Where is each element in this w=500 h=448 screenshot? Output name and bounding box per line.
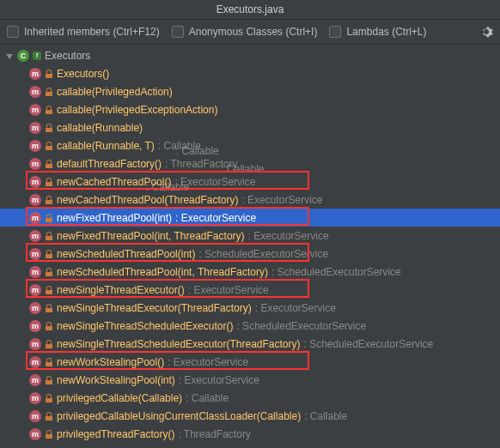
anonymous-classes-checkbox[interactable]: Anonymous Classes (Ctrl+I) [172,26,318,38]
lock-icon [45,160,53,168]
method-signature: newCachedThreadPool() [57,176,171,188]
method-icon: m [29,86,41,98]
method-icon: m [29,266,41,278]
method-signature: callable(Runnable, T) [57,140,155,152]
method-signature: newSingleThreadExecutor(ThreadFactory) [57,302,252,314]
lock-icon [45,322,53,330]
tree-method-row[interactable]: m privilegedThreadFactory(): ThreadFacto… [0,425,500,443]
tree-method-row[interactable]: m newSingleThreadExecutor(): ExecutorSer… [0,281,500,299]
method-signature: newSingleThreadScheduledExecutor() [57,320,233,332]
method-icon: m [29,338,41,350]
method-icon: m [29,158,41,170]
inherited-members-checkbox[interactable]: Inherited members (Ctrl+F12) [7,26,160,38]
return-type: : Callable [186,392,229,404]
lock-icon [45,304,53,312]
method-signature: newScheduledThreadPool(int, ThreadFactor… [57,266,268,278]
return-type: : ExecutorService [248,230,329,242]
tree-method-row[interactable]: m callable(Runnable): Callable [0,118,500,136]
method-signature: newWorkStealingPool(int) [57,374,175,386]
tree-method-row[interactable]: m newFixedThreadPool(int): ExecutorServi… [0,209,500,227]
toolbar: Inherited members (Ctrl+F12) Anonymous C… [0,20,500,45]
gear-icon[interactable] [479,25,493,39]
return-type: : ThreadFactory [178,428,250,440]
lock-icon [45,232,53,240]
method-signature: privilegedCallable(Callable) [57,392,182,404]
checkbox-label: Inherited members (Ctrl+F12) [24,26,160,38]
tree-method-row[interactable]: m newSingleThreadExecutor(ThreadFactory)… [0,299,500,317]
method-icon: m [29,356,41,368]
tree-method-row[interactable]: m privilegedCallable(Callable): Callable [0,389,500,407]
tree-method-row[interactable]: m newCachedThreadPool(ThreadFactory): Ex… [0,191,500,209]
tree-method-row[interactable]: m newSingleThreadScheduledExecutor(): Sc… [0,317,500,335]
method-signature: privilegedCallableUsingCurrentClassLoade… [57,410,301,422]
checkbox-icon [172,26,184,38]
checkbox-label: Anonymous Classes (Ctrl+I) [189,26,318,38]
return-type: : ScheduledExecutorService [198,248,328,260]
method-signature: newFixedThreadPool(int, ThreadFactory) [57,230,245,242]
lock-icon [45,412,53,421]
lock-icon [45,106,53,114]
method-icon: m [29,428,41,440]
method-signature: newSingleThreadExecutor() [57,284,185,296]
lock-icon [45,358,53,366]
tree-method-row[interactable]: m newWorkStealingPool(): ExecutorService [0,353,500,371]
method-icon: m [29,176,41,188]
lock-icon [45,88,53,96]
method-icon: m [29,374,41,386]
lock-icon [45,70,53,78]
lock-icon [45,142,53,150]
return-type: : ExecutorService [188,284,269,296]
tree-method-row[interactable]: m newScheduledThreadPool(int): Scheduled… [0,245,500,263]
return-type: : Callable [304,410,347,422]
method-icon: m [29,68,41,80]
return-type: : ExecutorService [168,356,248,368]
structure-tree[interactable]: C f Executors m Executors() m callable(P… [0,45,500,443]
return-type: : ScheduledExecutorService [236,320,366,332]
class-icon: C [17,50,29,62]
lock-icon [45,196,53,204]
return-type: : Callable [158,140,201,152]
method-signature: defaultThreadFactory() [57,158,162,170]
return-type: : ScheduledExecutorService [303,338,433,350]
lambdas-checkbox[interactable]: Lambdas (Ctrl+L) [329,26,426,38]
lock-icon [45,124,53,132]
lock-icon [45,394,53,403]
lock-icon [45,178,53,186]
return-type: : ExecutorService [179,374,259,386]
method-signature: newCachedThreadPool(ThreadFactory) [57,194,238,206]
lock-icon [45,250,53,258]
lock-icon [45,340,53,348]
window-title: Executors.java [0,0,500,20]
return-type: : Callable [146,62,447,193]
method-icon: m [29,212,41,224]
method-icon: m [29,392,41,404]
final-modifier-icon: f [33,51,41,60]
method-signature: newSingleThreadScheduledExecutor(ThreadF… [57,338,300,350]
tree-method-row[interactable]: m newWorkStealingPool(int): ExecutorServ… [0,371,500,389]
method-icon: m [29,230,41,242]
return-type: : ExecutorService [174,176,255,188]
return-type: : ScheduledExecutorService [271,266,401,278]
tree-method-row[interactable]: m privilegedCallableUsingCurrentClassLoa… [0,407,500,425]
method-signature: newFixedThreadPool(int) [57,212,172,224]
method-icon: m [29,194,41,206]
method-icon: m [29,140,41,152]
tree-method-row[interactable]: m newSingleThreadScheduledExecutor(Threa… [0,335,500,353]
method-signature: privilegedThreadFactory() [57,428,174,440]
return-type: : ExecutorService [255,302,336,314]
tree-method-row[interactable]: m newScheduledThreadPool(int, ThreadFact… [0,263,500,281]
lock-icon [45,430,53,439]
expand-icon[interactable] [5,51,14,60]
lock-icon [45,214,53,222]
class-name: Executors [45,50,90,62]
method-icon: m [29,302,41,314]
lock-icon [45,286,53,294]
method-icon: m [29,284,41,296]
checkbox-icon [329,26,341,38]
return-type: : ExecutorService [241,194,322,206]
method-signature: callable(Runnable) [57,122,143,134]
return-type: : ExecutorService [175,212,256,224]
tree-method-row[interactable]: m newFixedThreadPool(int, ThreadFactory)… [0,227,500,245]
method-signature: Executors() [57,68,109,80]
method-signature: newWorkStealingPool() [57,356,164,368]
